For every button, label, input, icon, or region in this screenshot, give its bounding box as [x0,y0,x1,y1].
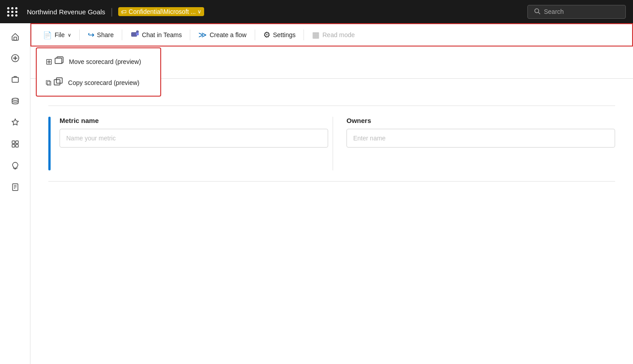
app-grid-icon[interactable] [7,7,18,17]
metric-name-input[interactable] [60,129,328,148]
file-icon [43,31,52,39]
svg-rect-20 [136,33,139,35]
share-button[interactable]: Share [83,27,118,42]
svg-line-1 [539,12,540,14]
sidebar-item-apps[interactable] [5,134,25,154]
sidebar-item-home[interactable] [5,27,25,47]
copy-scorecard-item[interactable]: Copy scorecard (preview) [37,72,160,93]
toolbar-sep-1 [79,30,80,40]
col-divider [333,117,333,170]
svg-rect-6 [12,77,18,82]
move-scorecard-icon [46,56,64,67]
workspace-chevron-icon[interactable]: ∨ [197,8,201,15]
move-scorecard-item[interactable]: Move scorecard (preview) [37,51,160,72]
svg-point-7 [12,98,18,101]
share-icon [88,30,94,40]
sidebar-item-browse[interactable] [5,70,25,89]
tag-icon: 🏷 [121,8,127,15]
topbar-divider: | [111,7,113,17]
topbar: Northwind Revenue Goals | 🏷 Confidential… [0,0,633,23]
share-label: Share [97,31,114,38]
svg-rect-8 [12,141,15,144]
flow-label: Create a flow [210,31,246,38]
flow-icon [198,30,207,40]
svg-rect-23 [56,78,62,83]
toolbar-sep-3 [190,30,190,40]
flow-button[interactable]: Create a flow [194,27,251,42]
file-button[interactable]: File ∨ [38,28,76,42]
toolbar-sep-5 [304,30,304,40]
file-dropdown: Move scorecard (preview) Copy scorecard … [36,47,161,97]
move-scorecard-label: Move scorecard (preview) [69,58,141,65]
sidebar-item-goals[interactable] [5,113,25,132]
search-icon [534,8,540,16]
copy-scorecard-icon [46,77,63,88]
sidebar-item-deploy[interactable] [5,156,25,175]
svg-rect-11 [16,144,18,147]
svg-rect-9 [16,141,18,144]
read-mode-label: Read mode [322,31,355,38]
toolbar-sep-4 [255,30,255,40]
main-content: File ∨ Share Chat in Teams Crea [30,23,633,364]
search-box[interactable]: Search [527,5,626,19]
settings-button[interactable]: Settings [259,27,300,42]
app-title: Northwind Revenue Goals [27,8,105,16]
teams-label: Chat in Teams [142,31,182,38]
teams-icon [130,30,139,41]
sidebar [0,23,30,364]
read-mode-icon [312,30,320,40]
tag-badge: 🏷 Confidential\Microsoft ... ∨ [118,7,204,16]
settings-icon [263,30,270,40]
metric-form-row: Metric name Owners [48,106,615,182]
svg-rect-10 [12,144,15,147]
sidebar-item-create[interactable] [5,48,25,68]
sidebar-item-datastack[interactable] [5,91,25,111]
toolbar: File ∨ Share Chat in Teams Crea [30,23,633,47]
owners-label: Owners [346,117,615,124]
owners-input[interactable] [346,129,615,148]
metric-name-label: Metric name [60,117,328,124]
svg-rect-22 [54,80,60,85]
sidebar-item-learn[interactable] [5,177,25,197]
svg-rect-21 [55,58,62,63]
toolbar-sep-2 [122,30,122,40]
settings-label: Settings [273,31,296,38]
metric-blue-accent [48,117,51,170]
file-label: File [55,31,65,38]
layout: File ∨ Share Chat in Teams Crea [0,23,633,364]
owners-col: Owners [346,117,615,148]
file-chevron-icon: ∨ [68,32,71,38]
svg-rect-2 [14,37,17,40]
copy-scorecard-label: Copy scorecard (preview) [68,79,140,86]
read-mode-button[interactable]: Read mode [308,27,359,42]
search-label: Search [544,8,564,15]
metric-name-col: Metric name [60,117,328,148]
teams-button[interactable]: Chat in Teams [126,27,186,43]
workspace-label: Confidential\Microsoft ... [128,8,196,15]
